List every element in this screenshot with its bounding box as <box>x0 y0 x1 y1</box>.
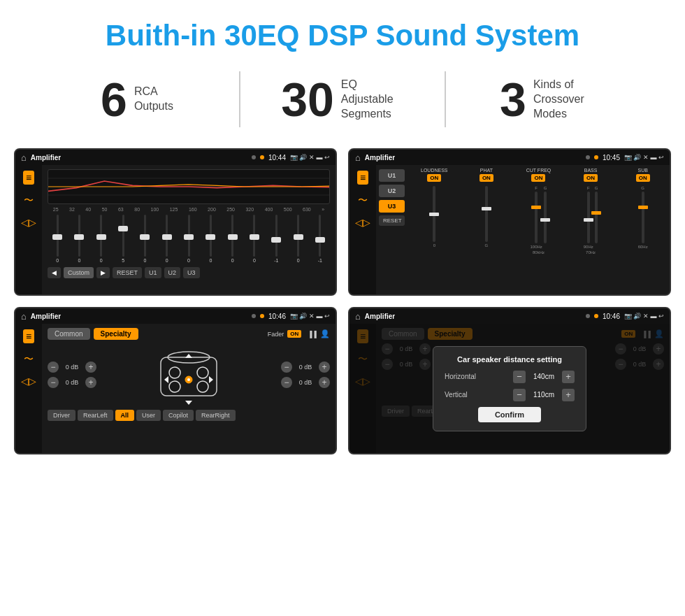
eq-track-9[interactable] <box>253 215 255 257</box>
eq-thumb-11[interactable] <box>294 234 303 240</box>
freq-80: 80 <box>134 207 140 212</box>
eq-thumb-2[interactable] <box>96 234 106 240</box>
home-icon-3[interactable]: ⌂ <box>21 311 27 322</box>
eq-thumb-10[interactable] <box>271 237 281 243</box>
eq-u3-button[interactable]: U3 <box>183 267 200 278</box>
eq-track-12[interactable] <box>319 215 321 257</box>
dialog-vertical-plus[interactable]: + <box>562 389 575 401</box>
fader-br-minus[interactable]: − <box>281 377 292 388</box>
fader-tl-plus[interactable]: + <box>85 361 96 373</box>
eq-track-6[interactable] <box>188 215 190 257</box>
home-icon[interactable]: ⌂ <box>21 152 27 163</box>
eq-thumb-12[interactable] <box>315 237 325 243</box>
ch-sub-thumb[interactable] <box>638 206 648 209</box>
crossover-u2-button[interactable]: U2 <box>379 185 405 197</box>
fader-tab-common[interactable]: Common <box>48 328 90 340</box>
eq-custom-button[interactable]: Custom <box>64 267 94 278</box>
fader-person-icon[interactable]: 👤 <box>320 329 330 338</box>
eq-prev-button[interactable]: ◀ <box>48 267 61 278</box>
btn-all[interactable]: All <box>115 410 135 421</box>
fader-icon-eq[interactable]: ≡ <box>23 329 34 343</box>
eq-thumb-8[interactable] <box>228 234 238 240</box>
fader-icon-wave[interactable]: 〜 <box>24 353 34 366</box>
eq-track-0[interactable] <box>57 215 59 257</box>
eq-icon-wave[interactable]: 〜 <box>24 194 34 207</box>
crossover-icon-wave[interactable]: 〜 <box>358 194 368 207</box>
fader-tr-plus[interactable]: + <box>319 361 330 373</box>
ch-sub-toggle[interactable]: ON <box>636 174 650 182</box>
fader-on-badge[interactable]: ON <box>287 330 301 338</box>
home-icon-2[interactable]: ⌂ <box>355 152 361 163</box>
eq-thumb-3[interactable] <box>118 226 128 231</box>
eq-play-button[interactable]: ▶ <box>96 267 110 278</box>
fader-bl-plus[interactable]: + <box>85 377 96 388</box>
ch-phat-toggle[interactable]: ON <box>480 174 493 182</box>
ch-bass-track-g[interactable] <box>595 192 598 243</box>
eq-thumb-6[interactable] <box>184 234 194 240</box>
crossover-sidebar: ≡ 〜 ◁▷ <box>349 165 376 294</box>
eq-thumb-1[interactable] <box>74 234 84 240</box>
fader-bl-minus[interactable]: − <box>48 377 59 388</box>
fader-br-plus[interactable]: + <box>319 377 330 388</box>
btn-rearright[interactable]: RearRight <box>196 410 236 421</box>
eq-track-11[interactable] <box>297 215 299 257</box>
crossover-u3-button[interactable]: U3 <box>379 200 405 213</box>
ch-loudness-thumb-1[interactable] <box>429 213 439 216</box>
svg-point-10 <box>187 378 190 381</box>
eq-thumb-5[interactable] <box>162 234 172 240</box>
eq-thumb-9[interactable] <box>250 234 259 240</box>
ch-sub-track[interactable] <box>642 192 644 243</box>
eq-icon-active[interactable]: ≡ <box>23 171 34 185</box>
eq-track-7[interactable] <box>210 215 212 257</box>
eq-track-8[interactable] <box>231 215 233 257</box>
ch-loudness-toggle[interactable]: ON <box>427 174 441 182</box>
eq-thumb-7[interactable] <box>206 234 215 240</box>
crossover-icon-active[interactable]: ≡ <box>357 171 368 185</box>
confirm-button[interactable]: Confirm <box>478 407 541 422</box>
eq-track-1[interactable] <box>78 215 80 257</box>
ch-loudness-track-1[interactable] <box>433 186 435 242</box>
eq-graph <box>48 169 330 204</box>
eq-track-2[interactable] <box>100 215 102 257</box>
ch-cutfreq-track-g[interactable] <box>544 192 547 243</box>
eq-track-4[interactable] <box>144 215 146 257</box>
eq-reset-button[interactable]: RESET <box>113 267 142 278</box>
eq-track-3[interactable] <box>122 215 124 257</box>
eq-u2-button[interactable]: U2 <box>164 267 181 278</box>
dialog-horizontal-plus[interactable]: + <box>562 371 575 383</box>
ch-phat-thumb[interactable] <box>482 207 491 210</box>
eq-icon-speaker[interactable]: ◁▷ <box>21 217 36 228</box>
fader-tab-specialty[interactable]: Specialty <box>94 328 138 340</box>
btn-copilot[interactable]: Copilot <box>163 410 194 421</box>
ch-phat-track[interactable] <box>485 186 488 242</box>
crossover-u1-button[interactable]: U1 <box>379 169 405 182</box>
eq-u1-button[interactable]: U1 <box>145 267 161 278</box>
btn-driver[interactable]: Driver <box>48 410 75 421</box>
dialog-horizontal-minus[interactable]: − <box>513 371 526 383</box>
ch-bass-toggle[interactable]: ON <box>584 174 598 182</box>
fader-tr-minus[interactable]: − <box>281 361 292 373</box>
btn-user[interactable]: User <box>136 410 161 421</box>
dialog-vertical-minus[interactable]: − <box>513 389 526 401</box>
eq-thumb-4[interactable] <box>140 234 150 240</box>
eq-thumb-0[interactable] <box>52 234 62 240</box>
fader-tl-minus[interactable]: − <box>48 361 59 373</box>
btn-rearleft[interactable]: RearLeft <box>78 410 113 421</box>
dialog-vertical-ctrl: − 110cm + <box>513 389 575 401</box>
ch-bass-thumb-g[interactable] <box>591 211 601 215</box>
dialog-app-name: Amplifier <box>365 313 582 320</box>
ch-bass-track-f[interactable] <box>587 192 590 243</box>
eq-track-10[interactable] <box>275 215 277 257</box>
crossover-icon-speaker[interactable]: ◁▷ <box>355 217 370 228</box>
fader-time: 10:46 <box>268 313 286 320</box>
fader-icon-speaker[interactable]: ◁▷ <box>21 375 36 387</box>
ch-cutfreq-toggle[interactable]: ON <box>531 174 545 182</box>
ch-cutfreq-thumb-f[interactable] <box>531 206 541 209</box>
eq-track-5[interactable] <box>166 215 168 257</box>
eq-time: 10:44 <box>268 154 286 162</box>
ch-cutfreq-track-f[interactable] <box>535 192 538 243</box>
ch-bass-thumb-f[interactable] <box>584 218 593 222</box>
crossover-reset-button[interactable]: RESET <box>379 215 405 226</box>
home-icon-4[interactable]: ⌂ <box>355 311 361 322</box>
ch-cutfreq-thumb-g[interactable] <box>540 218 550 222</box>
